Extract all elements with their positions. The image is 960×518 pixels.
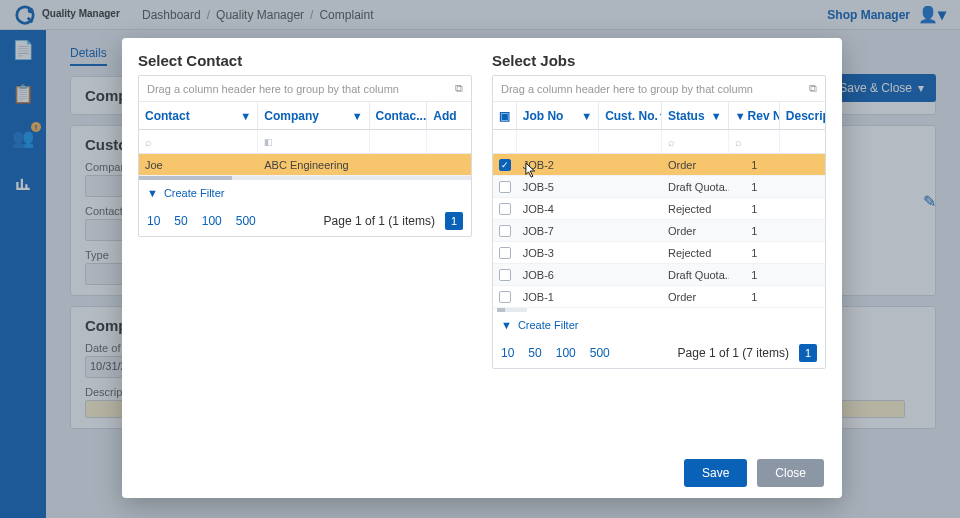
col-contact2[interactable]: Contac...▼ [370, 102, 428, 129]
filter-icon[interactable]: ▼ [711, 110, 722, 122]
cell-jobno: JOB-5 [517, 181, 599, 193]
col-custno[interactable]: Cust. No.▼ [599, 102, 662, 129]
cell-jobno: JOB-3 [517, 247, 599, 259]
funnel-icon: ▼ [501, 319, 512, 331]
cell-checkbox[interactable] [493, 291, 517, 303]
page-size-50[interactable]: 50 [174, 214, 187, 228]
cell-status: Order [662, 159, 729, 171]
jobs-pager: 1050100500 Page 1 of 1 (7 items) 1 [493, 338, 825, 368]
page-number[interactable]: 1 [445, 212, 463, 230]
cell-status: Draft Quota... [662, 181, 729, 193]
search-contact[interactable]: ⌕ [139, 130, 258, 153]
jobs-create-filter[interactable]: ▼ Create Filter [493, 312, 825, 338]
search-descrip[interactable] [780, 130, 825, 153]
search-rev[interactable]: ⌕ [729, 130, 780, 153]
jobs-search-row: ⌕ ⌕ [493, 130, 825, 154]
col-company[interactable]: Company▼ [258, 102, 369, 129]
jobs-panel: Select Jobs Drag a column header here to… [492, 52, 826, 444]
page-number[interactable]: 1 [799, 344, 817, 362]
cell-checkbox[interactable] [493, 247, 517, 259]
job-row[interactable]: ✓JOB-2Order1 [493, 154, 825, 176]
job-row[interactable]: JOB-6Draft Quota...1 [493, 264, 825, 286]
cell-status: Draft Quota... [662, 269, 729, 281]
cell-checkbox[interactable] [493, 225, 517, 237]
search-sel[interactable] [493, 130, 517, 153]
cell-contact: Joe [139, 159, 258, 171]
column-chooser-icon[interactable]: ⧉ [809, 82, 817, 95]
jobs-h-scrollbar[interactable] [497, 308, 527, 312]
filter-icon[interactable]: ▼ [240, 110, 251, 122]
contacts-panel: Select Contact Drag a column header here… [138, 52, 472, 444]
page-size-50[interactable]: 50 [528, 346, 541, 360]
search-add[interactable] [427, 130, 471, 153]
job-row[interactable]: JOB-1Order1 [493, 286, 825, 308]
page-size-100[interactable]: 100 [202, 214, 222, 228]
search-company[interactable]: ◧ [258, 130, 369, 153]
contact-row[interactable]: JoeABC Engineering [139, 154, 471, 176]
page-size-500[interactable]: 500 [590, 346, 610, 360]
modal-footer: Save Close [122, 448, 842, 498]
jobs-group-row[interactable]: Drag a column header here to group by th… [493, 76, 825, 102]
col-descrip[interactable]: Descrip [780, 102, 825, 129]
contacts-group-row[interactable]: Drag a column header here to group by th… [139, 76, 471, 102]
jobs-title: Select Jobs [492, 52, 826, 69]
contacts-pager: 1050100500 Page 1 of 1 (1 items) 1 [139, 206, 471, 236]
cell-revno: 1 [729, 269, 780, 281]
contacts-title: Select Contact [138, 52, 472, 69]
search-icon: ⌕ [668, 136, 675, 148]
filter-icon[interactable]: ▼ [735, 110, 746, 122]
job-row[interactable]: JOB-4Rejected1 [493, 198, 825, 220]
close-button[interactable]: Close [757, 459, 824, 487]
select-modal: Select Contact Drag a column header here… [122, 38, 842, 498]
cell-checkbox[interactable] [493, 203, 517, 215]
cell-jobno: JOB-4 [517, 203, 599, 215]
cell-jobno: JOB-7 [517, 225, 599, 237]
search-status[interactable]: ⌕ [662, 130, 729, 153]
filter-icon[interactable]: ▼ [352, 110, 363, 122]
cell-checkbox[interactable] [493, 269, 517, 281]
job-row[interactable]: JOB-7Order1 [493, 220, 825, 242]
job-row[interactable]: JOB-3Rejected1 [493, 242, 825, 264]
search-contact2[interactable] [370, 130, 428, 153]
cell-revno: 1 [729, 247, 780, 259]
col-jobno[interactable]: Job No▼ [517, 102, 599, 129]
search-custno[interactable] [599, 130, 662, 153]
contacts-h-scrollbar[interactable] [139, 176, 471, 180]
selector-icon: ◧ [264, 137, 273, 147]
jobs-grid: Drag a column header here to group by th… [492, 75, 826, 369]
cell-company: ABC Engineering [258, 159, 369, 171]
job-row[interactable]: JOB-5Draft Quota...1 [493, 176, 825, 198]
search-icon: ⌕ [145, 136, 152, 148]
filter-icon[interactable]: ▼ [581, 110, 592, 122]
cell-revno: 1 [729, 159, 780, 171]
contacts-grid: Drag a column header here to group by th… [138, 75, 472, 237]
contacts-search-row: ⌕ ◧ [139, 130, 471, 154]
jobs-page-info: Page 1 of 1 (7 items) [678, 346, 789, 360]
col-add[interactable]: Add [427, 102, 471, 129]
search-icon: ⌕ [735, 136, 742, 148]
column-chooser-icon[interactable]: ⧉ [455, 82, 463, 95]
page-size-100[interactable]: 100 [556, 346, 576, 360]
cell-revno: 1 [729, 291, 780, 303]
contacts-create-filter[interactable]: ▼ Create Filter [139, 180, 471, 206]
cell-status: Order [662, 291, 729, 303]
contacts-page-info: Page 1 of 1 (1 items) [324, 214, 435, 228]
save-button[interactable]: Save [684, 459, 747, 487]
funnel-icon: ▼ [147, 187, 158, 199]
cell-jobno: JOB-1 [517, 291, 599, 303]
cell-revno: 1 [729, 181, 780, 193]
col-status[interactable]: Status▼ [662, 102, 729, 129]
cell-checkbox[interactable] [493, 181, 517, 193]
page-size-10[interactable]: 10 [147, 214, 160, 228]
jobs-header: ▣ Job No▼ Cust. No.▼ Status▼ ▼Rev No. De… [493, 102, 825, 130]
search-jobno[interactable] [517, 130, 599, 153]
page-size-10[interactable]: 10 [501, 346, 514, 360]
cell-checkbox[interactable]: ✓ [493, 159, 517, 171]
cell-revno: 1 [729, 203, 780, 215]
col-select[interactable]: ▣ [493, 102, 517, 129]
col-revno[interactable]: ▼Rev No. [729, 102, 780, 129]
cell-status: Order [662, 225, 729, 237]
col-contact[interactable]: Contact▼ [139, 102, 258, 129]
contacts-header: Contact▼ Company▼ Contac...▼ Add [139, 102, 471, 130]
page-size-500[interactable]: 500 [236, 214, 256, 228]
